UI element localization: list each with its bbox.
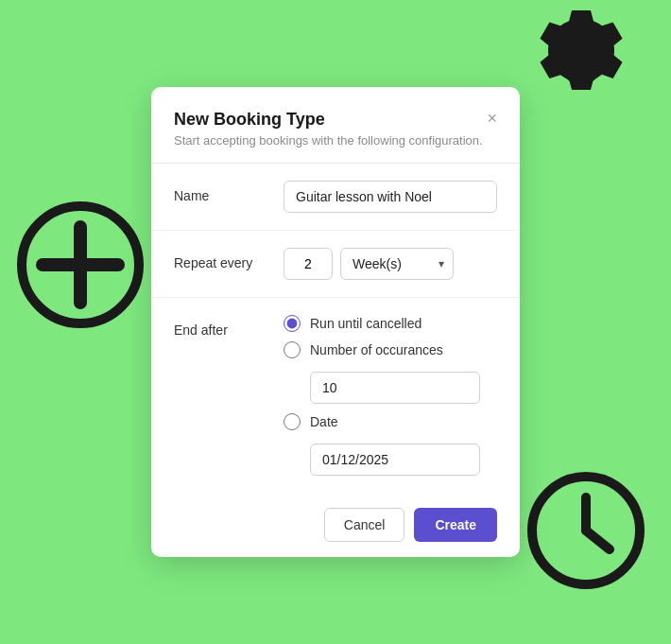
repeat-every-label: Repeat every	[174, 248, 268, 270]
create-button[interactable]: Create	[414, 508, 497, 542]
repeat-row-inner: Day(s) Week(s) Month(s) ▾	[284, 248, 497, 280]
name-label: Name	[174, 181, 268, 203]
number-of-occurrences-label: Number of occurances	[310, 342, 443, 357]
modal-header: New Booking Type Start accepting booking…	[151, 87, 520, 164]
number-of-occurrences-option[interactable]: Number of occurances	[284, 341, 497, 358]
end-after-options: Run until cancelled Number of occurances…	[284, 315, 497, 476]
date-radio[interactable]	[284, 413, 301, 430]
date-option[interactable]: Date	[284, 413, 497, 430]
repeat-every-row: Repeat every Day(s) Week(s) Month(s) ▾	[151, 231, 520, 298]
end-after-row: End after Run until cancelled Number of …	[151, 298, 520, 493]
end-after-label: End after	[174, 315, 268, 338]
run-until-cancelled-option[interactable]: Run until cancelled	[284, 315, 497, 332]
name-controls	[284, 181, 497, 213]
repeat-every-controls: Day(s) Week(s) Month(s) ▾	[284, 248, 497, 280]
repeat-unit-select[interactable]: Day(s) Week(s) Month(s)	[340, 248, 454, 280]
number-of-occurrences-radio[interactable]	[284, 341, 301, 358]
run-until-cancelled-radio[interactable]	[284, 315, 301, 332]
repeat-number-input[interactable]	[284, 248, 333, 280]
modal-backdrop: New Booking Type Start accepting booking…	[0, 0, 671, 644]
run-until-cancelled-label: Run until cancelled	[310, 316, 422, 331]
date-label: Date	[310, 414, 338, 429]
close-button[interactable]: ×	[483, 106, 501, 131]
name-row: Name	[151, 164, 520, 231]
new-booking-type-modal: New Booking Type Start accepting booking…	[151, 87, 520, 557]
cancel-button[interactable]: Cancel	[324, 508, 405, 542]
name-input[interactable]	[284, 181, 497, 213]
modal-body: Name Repeat every Day(s) Week(s)	[151, 164, 520, 493]
modal-title: New Booking Type	[174, 110, 497, 130]
modal-subtitle: Start accepting bookings with the follow…	[174, 133, 497, 148]
repeat-unit-dropdown-wrapper: Day(s) Week(s) Month(s) ▾	[340, 248, 454, 280]
occurrences-input[interactable]	[310, 372, 480, 404]
date-input[interactable]	[310, 444, 480, 476]
end-after-controls: Run until cancelled Number of occurances…	[284, 315, 497, 476]
modal-footer: Cancel Create	[151, 493, 520, 557]
